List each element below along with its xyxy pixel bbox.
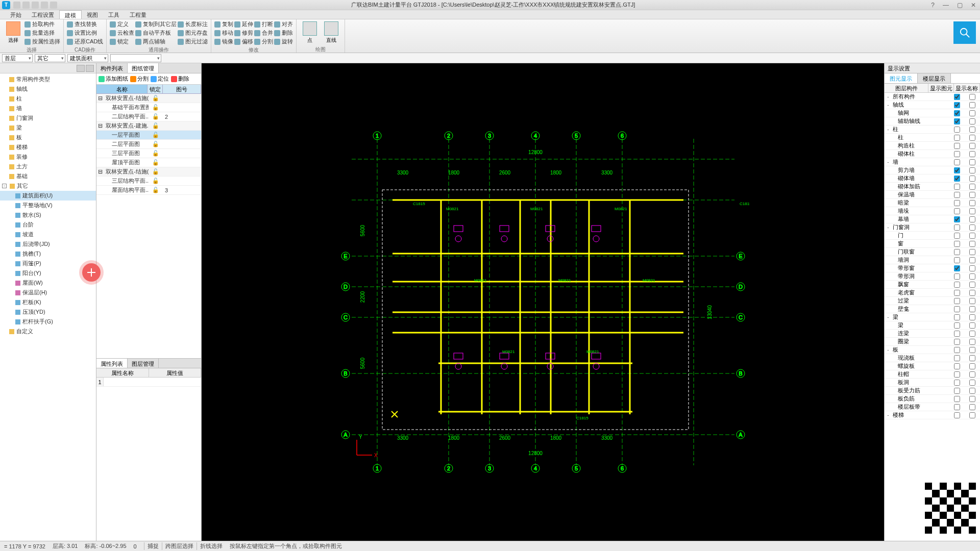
ribbon-cmd[interactable]: 定义 bbox=[110, 20, 134, 28]
drawing-row[interactable]: 三层平面图🔓 bbox=[96, 149, 201, 158]
menu-视图[interactable]: 视图 bbox=[82, 10, 103, 19]
qat-save[interactable] bbox=[32, 2, 39, 9]
ribbon-cmd[interactable]: 批量选择 bbox=[24, 29, 60, 37]
qat-redo[interactable] bbox=[50, 2, 57, 9]
tree-item[interactable]: 板 bbox=[0, 133, 96, 142]
display-row[interactable]: 幕墙 bbox=[885, 215, 980, 223]
drawing-canvas[interactable]: 112233445566AABBCCDDEE128001280033001800… bbox=[202, 63, 884, 541]
tab-properties[interactable]: 属性列表 bbox=[96, 359, 128, 368]
tab-component-list[interactable]: 构件列表 bbox=[96, 63, 128, 73]
display-row[interactable]: -板 bbox=[885, 346, 980, 354]
ribbon-cmd[interactable]: 设置比例 bbox=[67, 29, 103, 37]
tree-item[interactable]: 栏杆扶手(G) bbox=[0, 317, 96, 327]
ribbon-cmd[interactable]: 合并 bbox=[254, 29, 273, 37]
tree-item[interactable]: 装修 bbox=[0, 152, 96, 162]
drawing-row[interactable]: 基础平面布置图🔓 bbox=[96, 103, 201, 112]
tree-item[interactable]: 挑檐(T) bbox=[0, 249, 96, 259]
drawing-row[interactable]: 三层结构平面...🔓 bbox=[96, 177, 201, 186]
display-row[interactable]: 门 bbox=[885, 232, 980, 240]
tree-item[interactable]: 平整场地(V) bbox=[0, 201, 96, 210]
tree-item[interactable]: 雨篷(P) bbox=[0, 259, 96, 268]
tree-item[interactable]: 建筑面积(U) bbox=[0, 191, 96, 201]
display-row[interactable]: 构造柱 bbox=[885, 142, 980, 150]
tree-item[interactable]: 阳台(Y) bbox=[0, 268, 96, 278]
tree-item[interactable]: 门窗洞 bbox=[0, 113, 96, 123]
display-row[interactable]: 暗梁 bbox=[885, 199, 980, 207]
qat-new[interactable] bbox=[13, 2, 20, 9]
tree-item[interactable]: 柱 bbox=[0, 94, 96, 104]
display-row[interactable]: 轴网 bbox=[885, 109, 980, 117]
menu-建模[interactable]: 建模 bbox=[59, 10, 82, 19]
display-row[interactable]: 砌体加筋 bbox=[885, 183, 980, 191]
add-marker[interactable] bbox=[82, 263, 101, 282]
tree-item[interactable]: -其它 bbox=[0, 181, 96, 191]
search-button[interactable] bbox=[953, 21, 976, 44]
tree-item[interactable]: 栏板(K) bbox=[0, 297, 96, 307]
drawing-row[interactable]: 二层结构平面...🔓2 bbox=[96, 112, 201, 121]
display-row[interactable]: -门窗洞 bbox=[885, 223, 980, 232]
dw-tb-item[interactable]: 定位 bbox=[151, 75, 169, 83]
display-row[interactable]: 圈梁 bbox=[885, 338, 980, 346]
ribbon-cmd[interactable]: 查找替换 bbox=[67, 20, 103, 28]
display-row[interactable]: 梁 bbox=[885, 321, 980, 330]
display-row[interactable]: 壁龛 bbox=[885, 305, 980, 313]
display-row[interactable]: 板负筋 bbox=[885, 395, 980, 403]
ribbon-cmd[interactable]: 长度标注 bbox=[178, 20, 208, 28]
display-row[interactable]: 老虎窗 bbox=[885, 289, 980, 297]
display-row[interactable]: -柱 bbox=[885, 126, 980, 134]
ribbon-cmd[interactable]: 对齐 bbox=[274, 20, 293, 28]
display-row[interactable]: 保温墙 bbox=[885, 191, 980, 199]
ribbon-cmd[interactable]: 图元过滤 bbox=[178, 38, 208, 45]
menu-工具[interactable]: 工具 bbox=[103, 10, 125, 19]
dw-tb-item[interactable]: 删除 bbox=[171, 75, 189, 83]
display-row[interactable]: -墙 bbox=[885, 158, 980, 166]
ribbon-cmd[interactable]: 修剪 bbox=[234, 29, 253, 37]
display-row[interactable]: 门联窗 bbox=[885, 248, 980, 256]
ribbon-cmd[interactable]: 拾取构件 bbox=[24, 20, 60, 28]
extra-combo[interactable] bbox=[110, 54, 161, 62]
list-view-icon[interactable] bbox=[77, 65, 85, 72]
tree-item[interactable]: 后浇带(JD) bbox=[0, 239, 96, 249]
ribbon-cmd[interactable]: 偏移 bbox=[234, 38, 253, 45]
tree-item[interactable]: 楼梯 bbox=[0, 142, 96, 152]
tree-view-icon[interactable] bbox=[86, 65, 94, 72]
ribbon-cmd[interactable]: 复制 bbox=[214, 20, 233, 28]
display-row[interactable]: 过梁 bbox=[885, 297, 980, 305]
tree-item[interactable]: 台阶 bbox=[0, 220, 96, 230]
ribbon-cmd[interactable]: 打断 bbox=[254, 20, 273, 28]
tree-item[interactable]: 保温层(H) bbox=[0, 288, 96, 297]
tree-item[interactable]: 梁 bbox=[0, 123, 96, 133]
menu-开始[interactable]: 开始 bbox=[5, 10, 27, 19]
help-icon[interactable]: ? bbox=[929, 2, 937, 9]
ribbon-cmd[interactable]: 按属性选择 bbox=[24, 38, 60, 45]
tab-drawing-mgr[interactable]: 图纸管理 bbox=[128, 63, 159, 73]
display-row[interactable]: 剪力墙 bbox=[885, 166, 980, 174]
select-tool[interactable]: 选择 bbox=[3, 20, 23, 45]
display-row[interactable]: -梁 bbox=[885, 313, 980, 321]
tree-item[interactable]: 压顶(YD) bbox=[0, 307, 96, 317]
ribbon-cmd[interactable]: 分割 bbox=[254, 38, 273, 45]
display-row[interactable]: 窗 bbox=[885, 240, 980, 248]
drawing-row[interactable]: ⊟双林安置点-结施(...🔓 bbox=[96, 94, 201, 103]
tree-item[interactable]: 自定义 bbox=[0, 327, 96, 336]
floor-combo[interactable]: 首层 bbox=[2, 54, 33, 62]
close-button[interactable]: ✕ bbox=[969, 2, 978, 9]
display-row[interactable]: 柱帽 bbox=[885, 370, 980, 379]
ribbon-cmd[interactable]: 自动平齐板 bbox=[135, 29, 177, 37]
display-row[interactable]: 板受力筋 bbox=[885, 387, 980, 395]
tab-floor-display[interactable]: 楼层显示 bbox=[918, 73, 951, 83]
menu-工程量[interactable]: 工程量 bbox=[125, 10, 152, 19]
ribbon-cmd[interactable]: 锁定 bbox=[110, 38, 134, 45]
display-row[interactable]: -所有构件 bbox=[885, 93, 980, 101]
qat-undo[interactable] bbox=[41, 2, 48, 9]
tree-item[interactable]: 常用构件类型 bbox=[0, 74, 96, 84]
tree-item[interactable]: 坡道 bbox=[0, 230, 96, 239]
ribbon-cmd[interactable]: 还原CAD线 bbox=[67, 38, 103, 45]
display-row[interactable]: 辅助轴线 bbox=[885, 117, 980, 126]
display-row[interactable]: -楼梯 bbox=[885, 411, 980, 419]
ribbon-cmd[interactable]: 镜像 bbox=[214, 38, 233, 45]
tree-item[interactable]: 墙 bbox=[0, 104, 96, 113]
display-row[interactable]: 墙洞 bbox=[885, 256, 980, 264]
type-combo[interactable]: 其它 bbox=[35, 54, 65, 62]
component-combo[interactable]: 建筑面积 bbox=[67, 54, 108, 62]
